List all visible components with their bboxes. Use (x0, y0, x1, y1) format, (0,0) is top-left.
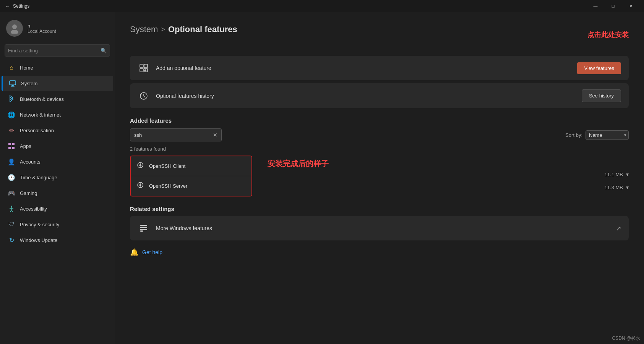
svg-point-9 (11, 206, 12, 207)
svg-rect-14 (140, 64, 143, 68)
sidebar-item-label-update: Windows Update (20, 237, 57, 243)
get-help-link[interactable]: Get help (142, 249, 162, 255)
svg-rect-16 (140, 68, 143, 72)
sidebar-item-apps[interactable]: Apps (2, 138, 113, 154)
close-button[interactable]: ✕ (622, 0, 639, 12)
breadcrumb-current: Optional features (168, 24, 237, 34)
sidebar-item-time[interactable]: 🕐 Time & language (2, 170, 113, 185)
openssh-server-item[interactable]: OpenSSH Server (131, 176, 251, 196)
sidebar-item-label-bluetooth: Bluetooth & devices (20, 96, 64, 102)
svg-rect-6 (12, 143, 15, 145)
breadcrumb-parent: System (130, 24, 158, 34)
sidebar-item-accounts[interactable]: 👤 Accounts (2, 154, 113, 169)
svg-rect-28 (140, 230, 143, 232)
more-windows-features-left: More Windows features (138, 222, 212, 234)
history-icon (138, 90, 150, 102)
network-icon: 🌐 (8, 111, 15, 118)
sidebar-search-input[interactable] (8, 48, 101, 54)
svg-rect-3 (11, 85, 14, 86)
add-optional-feature-card: Add an optional feature View features (130, 56, 629, 80)
view-features-button[interactable]: View features (577, 62, 621, 74)
sidebar-item-label-system: System (21, 81, 37, 86)
add-feature-label: Add an optional feature (156, 65, 211, 71)
minimize-button[interactable]: — (587, 0, 604, 12)
see-history-button[interactable]: See history (582, 89, 621, 102)
sidebar-item-label-apps: Apps (20, 143, 31, 149)
breadcrumb: System > Optional features (130, 24, 237, 34)
sidebar-item-label-accessibility: Accessibility (20, 206, 47, 212)
history-label: Optional features history (156, 93, 214, 99)
sidebar-item-bluetooth[interactable]: Bluetooth & devices (2, 91, 113, 107)
apps-icon (8, 142, 15, 150)
annotation-click: 点击此处安装 (587, 30, 629, 39)
openssh-client-name: OpenSSH Client (149, 163, 185, 169)
app-body: n Local Account 🔍 ⌂ Home (0, 12, 644, 344)
features-right: 安装完成后的样子 11.1 MB ▾ 11.3 MB ▾ (268, 156, 629, 190)
openssh-server-size: 11.3 MB ▾ (605, 184, 629, 190)
sidebar-item-network[interactable]: 🌐 Network & internet (2, 107, 113, 122)
search-filter-row: ✕ Sort by: Name Size Date installed (130, 128, 629, 141)
svg-point-1 (11, 30, 18, 34)
related-settings-title: Related settings (130, 206, 629, 212)
sidebar-item-personalisation[interactable]: ✏ Personalisation (2, 123, 113, 138)
sidebar-item-gaming[interactable]: 🎮 Gaming (2, 185, 113, 201)
feature-client-row: 安装完成后的样子 (268, 156, 629, 169)
features-grid: OpenSSH Client OpenSSH Server (130, 156, 629, 198)
sidebar: n Local Account 🔍 ⌂ Home (0, 12, 115, 344)
personalisation-icon: ✏ (8, 127, 15, 134)
breadcrumb-separator: > (161, 26, 165, 34)
search-icon: 🔍 (101, 48, 107, 54)
feature-search-input[interactable] (134, 132, 213, 138)
svg-rect-2 (10, 81, 16, 85)
sidebar-item-label-personalisation: Personalisation (20, 128, 54, 133)
avatar (6, 20, 23, 37)
privacy-icon: 🛡 (8, 221, 15, 228)
sidebar-item-privacy[interactable]: 🛡 Privacy & security (2, 217, 113, 232)
size-rows: 11.1 MB ▾ 11.3 MB ▾ (268, 171, 629, 190)
added-features-title: Added features (130, 117, 629, 124)
sidebar-item-accessibility[interactable]: Accessibility (2, 201, 113, 216)
feature-search-box[interactable]: ✕ (130, 128, 222, 141)
svg-rect-5 (8, 143, 11, 145)
get-help-icon: 🔔 (130, 248, 138, 256)
more-windows-features-card[interactable]: More Windows features ↗ (130, 216, 629, 240)
sidebar-search-box[interactable]: 🔍 (5, 44, 110, 57)
sort-select[interactable]: Name Size Date installed (586, 130, 629, 140)
openssh-server-size-value: 11.3 MB (605, 185, 623, 190)
svg-line-13 (11, 210, 13, 212)
openssh-client-size-value: 11.1 MB (605, 172, 623, 177)
sort-label: Sort by: (565, 132, 582, 138)
svg-rect-4 (11, 86, 15, 87)
openssh-client-chevron[interactable]: ▾ (626, 171, 629, 177)
back-icon[interactable]: ← (5, 3, 10, 9)
feature-history-card: Optional features history See history (130, 83, 629, 108)
get-help-row: 🔔 Get help (130, 248, 629, 256)
sidebar-item-home[interactable]: ⌂ Home (2, 60, 113, 75)
filter-clear-button[interactable]: ✕ (213, 132, 217, 138)
more-windows-features-icon (138, 222, 150, 234)
openssh-server-chevron[interactable]: ▾ (626, 184, 629, 190)
profile-name: n (28, 23, 56, 29)
profile-type: Local Account (28, 29, 56, 34)
svg-rect-15 (144, 64, 148, 68)
watermark: CSDN @杉水 (612, 335, 640, 342)
svg-rect-7 (8, 147, 11, 149)
maximize-button[interactable]: □ (604, 0, 622, 12)
sort-row: Sort by: Name Size Date installed (565, 130, 629, 140)
profile-info: n Local Account (28, 23, 56, 34)
sidebar-item-update[interactable]: ↻ Windows Update (2, 232, 113, 248)
accounts-icon: 👤 (8, 158, 15, 166)
sidebar-nav: ⌂ Home System Bl (0, 60, 115, 248)
svg-point-0 (12, 24, 17, 29)
openssh-client-item[interactable]: OpenSSH Client (131, 156, 251, 176)
features-found: 2 features found (130, 146, 629, 152)
sidebar-item-system[interactable]: System (2, 76, 113, 91)
external-link-icon: ↗ (616, 225, 621, 232)
svg-line-12 (10, 210, 11, 212)
sidebar-item-label-accounts: Accounts (20, 159, 40, 165)
svg-rect-8 (12, 147, 15, 149)
sidebar-item-label-gaming: Gaming (20, 190, 37, 196)
titlebar-controls: — □ ✕ (587, 0, 639, 12)
bluetooth-icon (8, 95, 15, 103)
features-area: OpenSSH Client OpenSSH Server (130, 156, 629, 198)
